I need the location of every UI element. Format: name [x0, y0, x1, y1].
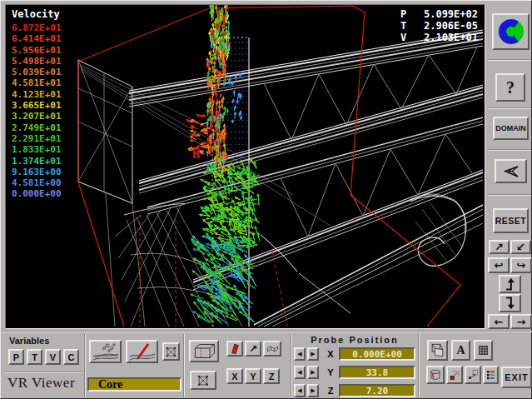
arrow-right-icon: →: [517, 316, 526, 328]
readout-label: P: [400, 8, 410, 20]
move-button[interactable]: [465, 366, 481, 384]
probe-row: ◀ ▶ X 0.000E+00: [294, 347, 415, 361]
variable-button[interactable]: P: [8, 349, 24, 365]
legend-value: 3.665E+01: [12, 100, 62, 111]
legend-value: 4.581E+01: [12, 77, 62, 88]
arrow-sw-icon: ↙: [516, 241, 525, 253]
legend-value: 2.291E+01: [12, 133, 62, 144]
particle-trace-icon: [92, 342, 120, 362]
turn-up-arrow-icon: [502, 277, 519, 292]
legend-items: 6.872E+01 6.414E+01 5.956E+01 5.498E+01 …: [12, 22, 62, 200]
probe-value-field[interactable]: 33.8: [339, 366, 415, 379]
divider: [488, 194, 531, 196]
probe-value-field[interactable]: 7.20: [339, 384, 415, 397]
readout-row: T 2.906E-05: [400, 20, 478, 32]
copy-view-button[interactable]: [427, 340, 448, 361]
turn-down-button[interactable]: [499, 294, 521, 312]
probe-axis-label: X: [326, 347, 336, 361]
axis-button[interactable]: Y: [245, 368, 261, 384]
domain-button[interactable]: DOMAIN: [493, 117, 529, 140]
window-frame: H Velocity 6.872E+01 6.414E+01 5.956E+01…: [0, 0, 532, 399]
divider: [84, 334, 86, 397]
readout-value: 2.906E-05: [424, 20, 478, 32]
pan-right-button[interactable]: →: [510, 314, 532, 329]
probe-tool-button[interactable]: [126, 340, 158, 363]
variable-button[interactable]: V: [45, 349, 61, 365]
surface-mesh-button[interactable]: [263, 341, 281, 357]
cut-box-icon: [191, 342, 216, 361]
probe-axis-label: Y: [326, 366, 336, 379]
rotate-ne-button[interactable]: ↗: [489, 240, 510, 254]
legend-value: 6.414E+01: [12, 33, 62, 44]
readout-row: V 2.103E+01: [400, 32, 478, 43]
reset-button[interactable]: RESET: [493, 208, 529, 233]
vector-direction-button[interactable]: ↗: [245, 341, 261, 357]
scale-button[interactable]: [446, 366, 463, 384]
axis-button[interactable]: Z: [263, 368, 280, 384]
clear-region-button[interactable]: [162, 342, 180, 361]
move-arrow-icon: [467, 368, 479, 382]
viewport-3d-scene[interactable]: H: [6, 5, 485, 328]
legend-value: 4.123E+01: [12, 89, 62, 100]
rotate-right-button[interactable]: ↪: [510, 257, 532, 273]
probe-decrement-button[interactable]: ◀: [294, 347, 306, 361]
probe-row: ◀ ▶ Z 7.20: [294, 384, 415, 397]
logo-button[interactable]: [492, 13, 530, 50]
probe-increment-button[interactable]: ▶: [307, 347, 319, 361]
exit-button[interactable]: EXIT: [501, 367, 532, 388]
grid-button[interactable]: [474, 340, 493, 361]
probe-value-field[interactable]: 0.000E+00: [339, 347, 415, 361]
particle-trace-button[interactable]: [89, 340, 122, 363]
divider: [291, 334, 292, 397]
pan-left-button[interactable]: ←: [488, 314, 510, 329]
rotate-left-button[interactable]: ↩: [488, 257, 510, 273]
annotation-button[interactable]: A: [451, 340, 470, 361]
divider: [3, 372, 82, 373]
legend-value: 3.207E+01: [12, 111, 62, 122]
probe-row: ◀ ▶ Y 33.8: [294, 366, 415, 379]
overlapping-pages-icon: [430, 342, 445, 358]
h-marker: H: [192, 147, 200, 162]
curved-arrow-right-icon: ↪: [517, 259, 526, 272]
help-button[interactable]: ?: [495, 73, 525, 102]
eye-icon: [501, 164, 521, 179]
legend-value: 0.000E+00: [12, 188, 62, 199]
divider: [488, 59, 531, 61]
variable-button[interactable]: T: [27, 349, 42, 365]
part-selector-field[interactable]: Core: [87, 377, 181, 392]
probe-decrement-button[interactable]: ◀: [294, 366, 306, 379]
clear-region-button-2[interactable]: [190, 371, 216, 390]
probe-readout: P 5.099E+02 T 2.906E-05 V 2.103E+01: [400, 8, 478, 43]
readout-label: V: [400, 32, 410, 43]
cut-plane-box-button[interactable]: [189, 340, 219, 362]
view-direction-button[interactable]: [495, 159, 527, 183]
legend-title: Velocity: [12, 8, 62, 20]
variable-buttons: P T V C: [8, 349, 79, 365]
probe-position-rows: ◀ ▶ X 0.000E+00 ◀ ▶ Y 33.8: [294, 347, 415, 399]
axis-button[interactable]: X: [226, 368, 243, 384]
axis-buttons: X Y Z: [226, 368, 280, 384]
probe-increment-button[interactable]: ▶: [307, 366, 319, 379]
divider: [488, 149, 531, 151]
arrow-left-icon: ←: [495, 316, 504, 328]
app-name: VR Viewer: [7, 375, 75, 392]
divider: [418, 334, 420, 397]
probe-decrement-button[interactable]: ◀: [294, 384, 306, 397]
color-palette-button[interactable]: [483, 366, 499, 384]
readout-rows: P 5.099E+02 T 2.906E-05 V 2.103E+01: [400, 8, 478, 43]
readout-value: 5.099E+02: [424, 8, 478, 20]
readout-row: P 5.099E+02: [400, 8, 478, 20]
rotate-sw-button[interactable]: ↙: [510, 240, 531, 254]
viewport[interactable]: H Velocity 6.872E+01 6.414E+01 5.956E+01…: [5, 4, 485, 329]
turn-up-button[interactable]: [499, 275, 521, 293]
color-bars-icon: [485, 368, 496, 382]
domain-outline: [78, 6, 460, 327]
probe-increment-button[interactable]: ▶: [307, 384, 319, 397]
arrow-ne-icon: ↗: [249, 343, 257, 355]
variables-title: Variables: [9, 336, 49, 346]
cut-plane-button[interactable]: [226, 341, 243, 357]
cylinder-button[interactable]: [426, 366, 445, 384]
legend-value: 2.749E+01: [12, 122, 62, 133]
readout-label: T: [400, 20, 410, 32]
variable-button[interactable]: C: [63, 349, 79, 365]
